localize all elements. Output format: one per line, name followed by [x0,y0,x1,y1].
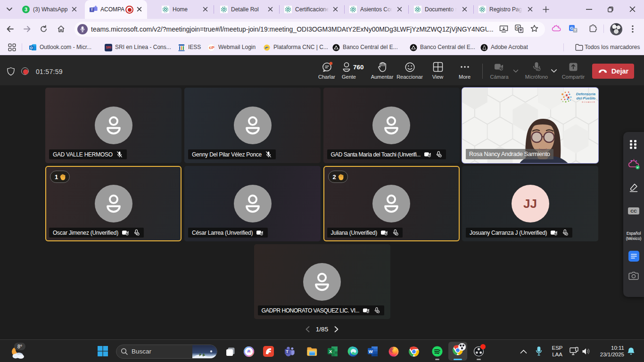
svg-text:W: W [369,349,373,354]
svg-text:T: T [286,349,289,354]
svg-text:O: O [30,46,33,50]
svg-text:760: 760 [353,64,364,71]
svg-text:del Pueblo: del Pueblo [577,96,596,100]
svg-text:ECUADOR: ECUADOR [582,101,595,103]
svg-text:X: X [329,349,332,354]
svg-text:T: T [91,8,93,12]
svg-text:Defensoría: Defensoría [576,92,596,96]
